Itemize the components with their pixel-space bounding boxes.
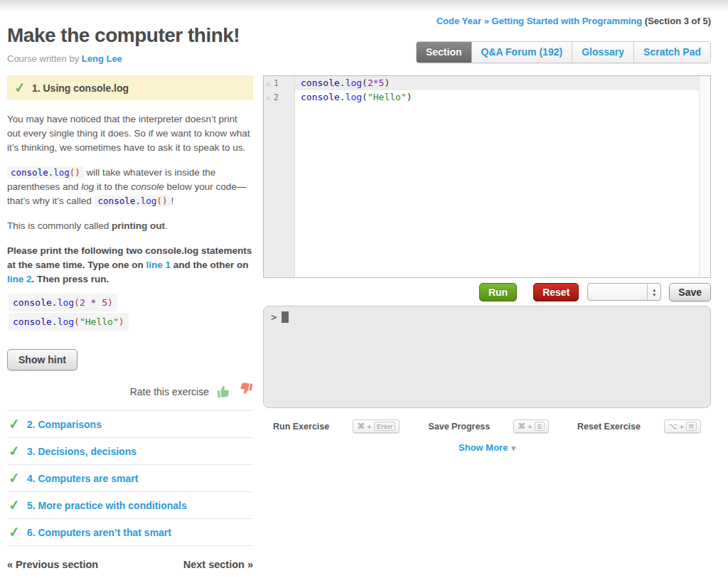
lesson-item-6[interactable]: ✓ 6. Computers aren’t that smart (7, 519, 253, 546)
lesson-item-5[interactable]: ✓ 5. More practice with conditionals (7, 492, 253, 519)
lesson-sidebar: Make the computer think! Course written … (7, 24, 253, 570)
line-1-link[interactable]: line 1 (146, 260, 171, 270)
code-token: . (52, 316, 58, 327)
tab-scratch-pad[interactable]: Scratch Pad (633, 42, 710, 63)
line-number: 1 (274, 78, 279, 88)
code-token: ) (384, 77, 390, 88)
tab-bar: Section Q&A Forum (192) Glossary Scratch… (263, 41, 711, 63)
show-more-label: Show More (459, 442, 508, 453)
code-token: console (98, 196, 136, 206)
gutter-row-2: ⚠ 2 (264, 90, 294, 105)
code-token: ( (362, 92, 368, 102)
option-key-icon: ⌥ (668, 422, 678, 431)
check-icon: ✓ (14, 80, 26, 95)
shortcut-save: Save Progress ⌘+S (428, 419, 549, 433)
tab-group: Section Q&A Forum (192) Glossary Scratch… (416, 41, 711, 63)
editor-line-2[interactable]: console.log("Hello") (295, 90, 699, 105)
keycap: ⌘+S (513, 419, 549, 433)
check-icon: ✓ (8, 444, 21, 459)
lesson-item-2[interactable]: ✓ 2. Comparisons (7, 411, 253, 438)
console-prompt: > (271, 311, 277, 323)
check-icon: ✓ (8, 417, 21, 432)
code-token: log (58, 316, 74, 327)
code-token: "Hello" (368, 92, 407, 102)
key-label: S (535, 422, 545, 431)
tab-glossary[interactable]: Glossary (572, 42, 633, 63)
paragraph-text: it to the (94, 181, 131, 192)
save-button[interactable]: Save (669, 283, 711, 301)
current-lesson-highlight[interactable]: ✓ 1. Using console.log (7, 75, 253, 100)
next-section-link[interactable]: Next section » (183, 559, 253, 570)
inline-code: console.log() (95, 195, 171, 207)
page-title: Make the computer think! (7, 24, 253, 47)
section-navigation: « Previous section Next section » (7, 559, 253, 570)
paragraph-text: . (165, 220, 168, 231)
code-token: () (70, 167, 80, 178)
shortcut-label: Save Progress (428, 422, 490, 432)
lesson-item-4[interactable]: ✓ 4. Computers are smart (7, 465, 253, 492)
snapshot-select[interactable]: ▲ ▼ (587, 283, 661, 301)
lesson-list: ✓ 2. Comparisons ✓ 3. Decisions, decisio… (7, 410, 253, 546)
editor-line-1[interactable]: console.log(2*5) (295, 76, 699, 90)
code-token: . (340, 92, 346, 102)
plus-sign: + (528, 422, 532, 431)
key-label: Enter (374, 422, 396, 431)
thumbs-down-icon[interactable] (237, 380, 255, 397)
stepper-down-icon: ▼ (652, 292, 656, 297)
paragraph-text: and the other on (171, 260, 249, 270)
tab-section[interactable]: Section (417, 42, 471, 63)
byline-prefix: Course written by (7, 53, 79, 64)
code-token: log (141, 196, 157, 206)
warning-icon: ⚠ (266, 80, 271, 87)
code-token: log (58, 297, 74, 308)
code-editor[interactable]: ⚠ 1 ⚠ 2 console.log(2*5) console.log("He… (263, 75, 711, 278)
code-token: console (13, 297, 52, 308)
select-stepper-icon[interactable]: ▲ ▼ (647, 284, 660, 300)
code-token: console (301, 77, 340, 88)
show-hint-button[interactable]: Show hint (7, 349, 77, 370)
run-button[interactable]: Run (479, 283, 517, 301)
editor-scrollbar[interactable] (699, 76, 710, 277)
current-lesson-title: 1. Using console.log (32, 82, 129, 94)
console-output[interactable]: > (263, 306, 711, 408)
keyboard-shortcuts: Run Exercise ⌘+Enter Save Progress ⌘+S R… (263, 419, 711, 433)
code-token: console (11, 167, 48, 178)
breadcrumb-section-count: (Section 3 of 5) (645, 16, 711, 26)
lesson-link[interactable]: 6. Computers aren’t that smart (27, 527, 171, 538)
code-token: "Hello" (80, 316, 119, 327)
code-token: log (346, 77, 362, 88)
text-cursor (282, 311, 289, 323)
line-2-link[interactable]: line 2 (7, 274, 32, 284)
select-value (588, 284, 647, 300)
lesson-instructions: Please print the following two console.l… (7, 244, 253, 287)
lesson-link[interactable]: 2. Comparisons (27, 419, 102, 430)
editor-gutter: ⚠ 1 ⚠ 2 (264, 76, 295, 277)
check-icon: ✓ (8, 498, 21, 513)
paragraph-bold: printing out (112, 220, 165, 231)
code-token: * (373, 77, 379, 88)
byline: Course written by Leng Lee (7, 53, 253, 64)
shortcut-label: Run Exercise (273, 422, 329, 432)
exercise-panel: Code Year » Getting Started with Program… (263, 0, 711, 453)
author-link[interactable]: Leng Lee (82, 53, 122, 64)
thumbs-up-icon[interactable] (215, 383, 232, 400)
code-sample-block: console.log(2 * 5) console.log("Hello") (7, 293, 253, 331)
lesson-link[interactable]: 5. More practice with conditionals (27, 500, 187, 511)
code-token: . (135, 196, 141, 206)
tab-qa-forum[interactable]: Q&A Forum (192) (471, 42, 572, 63)
breadcrumb-course-link[interactable]: Code Year (437, 16, 481, 26)
breadcrumb-chapter-link[interactable]: Getting Started with Programming (492, 16, 643, 26)
inline-code: console.log() (7, 166, 84, 178)
previous-section-link[interactable]: « Previous section (7, 559, 98, 570)
code-token: log (346, 92, 362, 102)
lesson-item-3[interactable]: ✓ 3. Decisions, decisions (7, 438, 253, 465)
lesson-link[interactable]: 3. Decisions, decisions (27, 446, 136, 457)
editor-code-area[interactable]: console.log(2*5) console.log("Hello") (295, 76, 699, 277)
reset-button[interactable]: Reset (533, 283, 579, 301)
show-more-link[interactable]: Show More▾ (263, 442, 711, 453)
lesson-paragraph-3: This is commonly called printing out. (7, 219, 253, 233)
paragraph-text: . Then press run. (32, 274, 109, 284)
rate-label: Rate this exercise (130, 386, 209, 397)
lesson-paragraph-2: console.log() will take whatever is insi… (7, 166, 253, 208)
lesson-link[interactable]: 4. Computers are smart (27, 473, 138, 484)
